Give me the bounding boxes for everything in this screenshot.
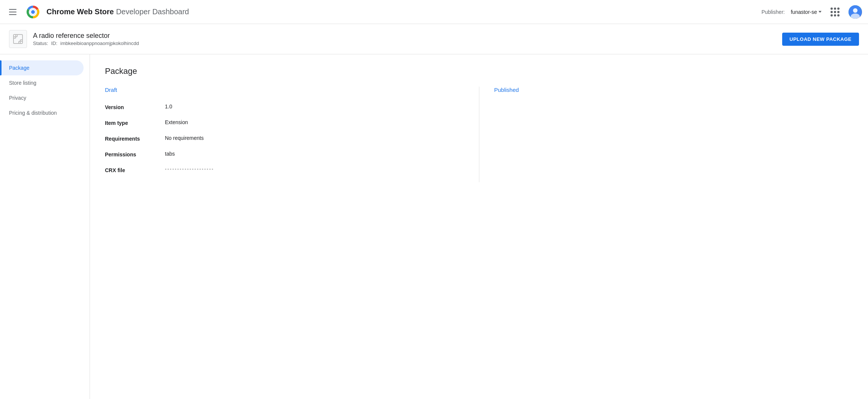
crx-file-label: CRX file [105,166,165,173]
svg-rect-7 [13,34,22,44]
status-label: Status: [33,40,48,46]
extension-info: A radio reference selector Status: ID: i… [33,32,139,46]
crx-file-area: •••••••••••••••••••• [165,166,214,172]
crx-file-row: CRX file •••••••••••••••••••• [105,166,464,173]
extension-status-row: Status: ID: imbkeeibioanppnoaomjpkokolhi… [33,40,139,46]
hamburger-menu-icon[interactable] [6,6,19,18]
sidebar-item-privacy[interactable]: Privacy [0,90,84,105]
app-header: Chrome Web Store Developer Dashboard Pub… [0,0,868,24]
extension-id-label: ID: [51,40,57,46]
crx-filename: •••••••••••••••••••• [165,166,214,172]
user-avatar[interactable] [849,5,862,19]
draft-column: Draft Version 1.0 Item type Extension Re… [105,87,464,182]
permissions-label: Permissions [105,151,165,158]
requirements-value: No requirements [165,135,204,141]
permissions-value: tabs [165,151,175,157]
chrome-logo-icon [25,4,40,20]
sidebar: Package Store listing Privacy Pricing & … [0,54,90,399]
svg-point-3 [31,10,35,14]
column-divider [479,87,479,182]
version-row: Version 1.0 [105,104,464,110]
item-type-value: Extension [165,119,188,125]
requirements-row: Requirements No requirements [105,135,464,142]
item-type-row: Item type Extension [105,119,464,126]
item-type-label: Item type [105,119,165,126]
puzzle-icon [12,33,24,45]
header-title-sub: Developer Dashboard [116,8,189,16]
extension-header-bar: A radio reference selector Status: ID: i… [0,24,868,54]
page-title: Package [105,66,853,76]
publisher-name[interactable]: funastor-se [791,9,822,15]
extension-header-left: A radio reference selector Status: ID: i… [9,30,139,48]
published-column: Published [494,87,853,182]
upload-new-package-button[interactable]: UPLOAD NEW PACKAGE [782,33,859,46]
extension-icon [9,30,27,48]
publisher-label: Publisher: [762,9,785,15]
published-column-header: Published [494,87,853,96]
header-title-main: Chrome Web Store [46,8,114,16]
extension-id: imbkeeibioanppnoaomjpkokolhincdd [60,40,139,46]
sidebar-item-package[interactable]: Package [0,60,84,75]
header-title: Chrome Web Store Developer Dashboard [46,8,189,16]
version-label: Version [105,104,165,110]
draft-column-header: Draft [105,87,464,96]
version-value: 1.0 [165,104,172,110]
sidebar-item-pricing-distribution[interactable]: Pricing & distribution [0,105,84,120]
main-content: Package Draft Version 1.0 Item type Exte… [90,54,868,399]
package-columns: Draft Version 1.0 Item type Extension Re… [105,87,853,182]
permissions-row: Permissions tabs [105,151,464,158]
header-left: Chrome Web Store Developer Dashboard [6,4,762,20]
sidebar-item-store-listing[interactable]: Store listing [0,75,84,90]
main-layout: Package Store listing Privacy Pricing & … [0,54,868,399]
requirements-label: Requirements [105,135,165,142]
apps-grid-icon[interactable] [828,4,843,20]
publisher-dropdown-icon [819,11,822,13]
svg-point-5 [853,8,858,13]
header-right: Publisher: funastor-se [762,4,862,20]
extension-title: A radio reference selector [33,32,139,40]
